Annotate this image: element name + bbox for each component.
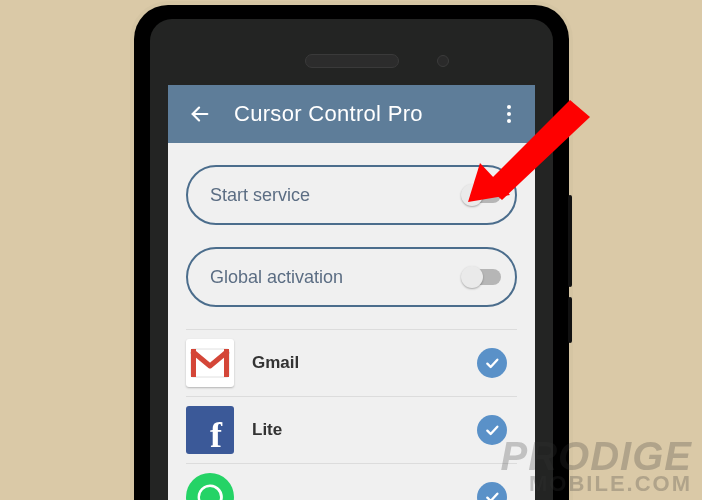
app-check[interactable] xyxy=(477,348,507,378)
gmail-icon xyxy=(186,339,234,387)
watermark-line2: MOBILE.COM xyxy=(501,474,692,494)
arrow-back-icon xyxy=(189,103,211,125)
settings-content: Start service Global activation xyxy=(168,143,535,500)
overflow-dot-icon xyxy=(507,105,511,109)
start-service-row[interactable]: Start service xyxy=(186,165,517,225)
checkmark-icon xyxy=(484,489,500,500)
list-item[interactable]: f Lite xyxy=(186,396,517,463)
facebook-icon: f xyxy=(186,406,234,454)
watermark-line1: PRODIGE xyxy=(501,438,692,474)
app-bar: Cursor Control Pro xyxy=(168,85,535,143)
front-camera xyxy=(437,55,449,67)
volume-up-button xyxy=(568,195,572,287)
whatsapp-icon xyxy=(186,473,234,500)
start-service-toggle[interactable] xyxy=(463,187,501,203)
phone-screen: Cursor Control Pro Start service xyxy=(168,85,535,500)
list-item[interactable] xyxy=(186,463,517,500)
phone-bezel: Cursor Control Pro Start service xyxy=(150,19,553,500)
overflow-menu-button[interactable] xyxy=(497,105,521,123)
appbar-title: Cursor Control Pro xyxy=(234,101,497,127)
phone-speaker xyxy=(305,54,399,68)
list-item[interactable]: Gmail xyxy=(186,329,517,396)
screenshot-stage: Cursor Control Pro Start service xyxy=(0,0,702,500)
overflow-dot-icon xyxy=(507,112,511,116)
back-button[interactable] xyxy=(186,100,214,128)
svg-rect-3 xyxy=(224,349,229,377)
app-name: Lite xyxy=(252,420,477,440)
app-list: Gmail f Lite xyxy=(186,329,517,500)
app-name: Gmail xyxy=(252,353,477,373)
toggle-thumb-icon xyxy=(461,184,483,206)
svg-rect-2 xyxy=(191,349,196,377)
global-activation-row[interactable]: Global activation xyxy=(186,247,517,307)
global-activation-label: Global activation xyxy=(210,267,463,288)
checkmark-icon xyxy=(484,355,500,371)
start-service-label: Start service xyxy=(210,185,463,206)
checkmark-icon xyxy=(484,422,500,438)
global-activation-toggle[interactable] xyxy=(463,269,501,285)
toggle-thumb-icon xyxy=(461,266,483,288)
overflow-dot-icon xyxy=(507,119,511,123)
volume-down-button xyxy=(568,297,572,343)
phone-frame: Cursor Control Pro Start service xyxy=(134,5,569,500)
watermark: PRODIGE MOBILE.COM xyxy=(501,438,692,494)
